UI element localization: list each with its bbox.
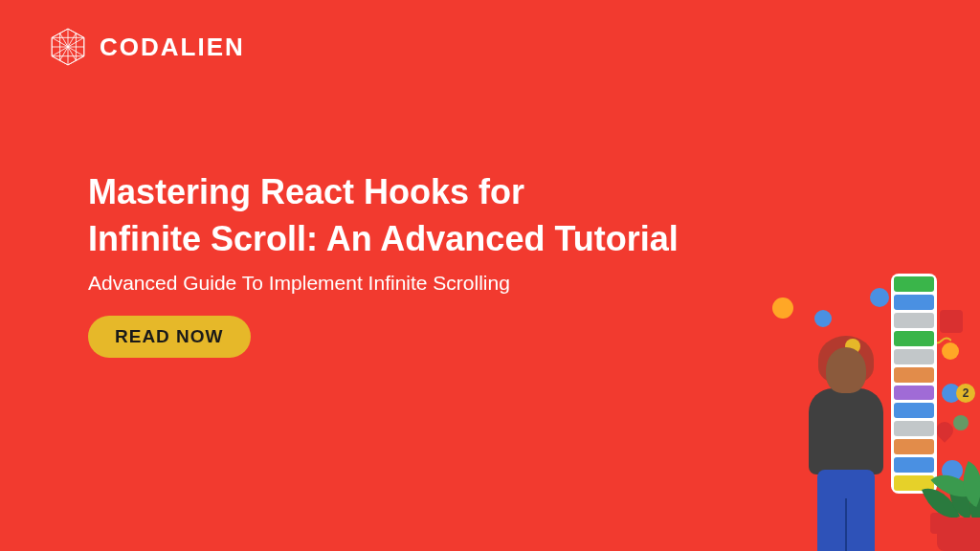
person-legs bbox=[817, 470, 875, 551]
notification-badge: 2 bbox=[956, 384, 975, 403]
read-now-button[interactable]: READ NOW bbox=[88, 316, 251, 358]
person-illustration bbox=[798, 347, 894, 551]
plant-pot bbox=[937, 518, 980, 551]
brand-logo: CODALIEN bbox=[48, 27, 245, 67]
feed-card bbox=[894, 295, 934, 310]
title-line-2: Infinite Scroll: An Advanced Tutorial bbox=[88, 219, 679, 258]
plant-decoration bbox=[923, 474, 980, 551]
person-head bbox=[826, 347, 866, 393]
brand-name: CODALIEN bbox=[100, 33, 245, 62]
feed-card bbox=[894, 331, 934, 346]
heart-icon bbox=[772, 298, 793, 319]
feed-card bbox=[894, 457, 934, 473]
feed-card bbox=[894, 403, 934, 418]
feed-card bbox=[894, 439, 934, 454]
person-body bbox=[809, 388, 883, 474]
phone-feed bbox=[891, 274, 937, 494]
feed-card bbox=[894, 349, 934, 364]
youtube-icon bbox=[940, 310, 963, 333]
feed-card bbox=[894, 313, 934, 328]
hero-illustration: 2 bbox=[750, 274, 980, 551]
hero-title: Mastering React Hooks for Infinite Scrol… bbox=[88, 169, 679, 262]
hero-content: Mastering React Hooks for Infinite Scrol… bbox=[88, 169, 679, 358]
share-icon bbox=[870, 288, 889, 307]
feed-card bbox=[894, 367, 934, 383]
feed-card bbox=[894, 386, 934, 401]
feed-card bbox=[894, 276, 934, 292]
thumbs-up-icon bbox=[814, 310, 832, 327]
feed-card bbox=[894, 421, 934, 436]
hero-subtitle: Advanced Guide To Implement Infinite Scr… bbox=[88, 272, 679, 295]
title-line-1: Mastering React Hooks for bbox=[88, 172, 524, 211]
dot-icon bbox=[953, 415, 969, 430]
logo-icon bbox=[48, 27, 88, 67]
